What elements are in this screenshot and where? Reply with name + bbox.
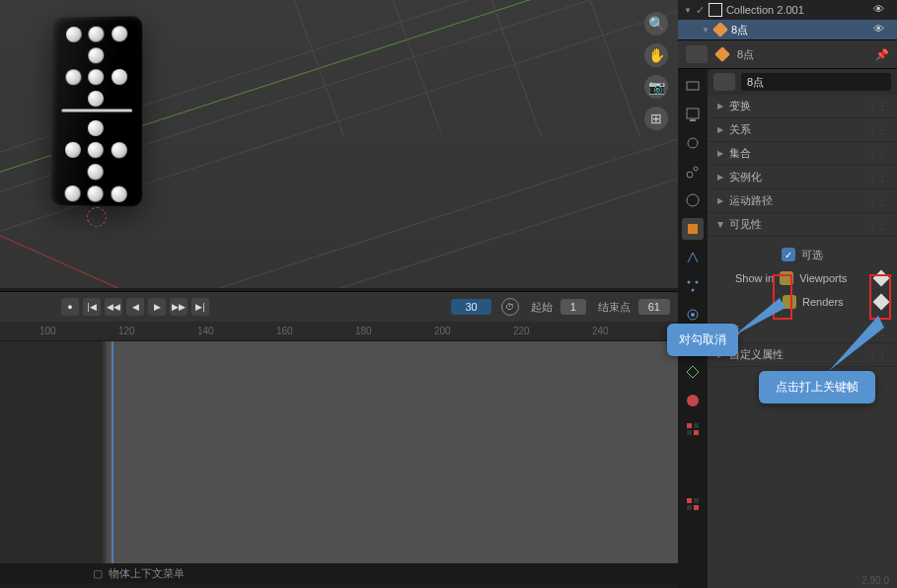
collection-label: Collection 2.001	[726, 4, 804, 16]
tab-texture-alt[interactable]	[682, 493, 704, 515]
svg-point-9	[696, 281, 699, 284]
tab-particles[interactable]	[682, 275, 704, 297]
properties-breadcrumb: 8点 📌	[678, 39, 897, 69]
ruler-tick: 140	[197, 326, 214, 336]
context-menu-hint: 物体上下文菜单	[109, 566, 185, 581]
svg-rect-23	[694, 505, 699, 510]
pan-icon[interactable]: ✋	[644, 43, 668, 67]
object-selector[interactable]	[713, 73, 735, 91]
tab-object[interactable]	[682, 218, 704, 240]
ruler-tick: 240	[592, 326, 609, 336]
camera-icon[interactable]: 📷	[644, 75, 668, 99]
section-label: 集合	[729, 146, 751, 161]
svg-rect-2	[690, 119, 696, 121]
pin-icon[interactable]: 📌	[875, 48, 889, 61]
outliner: ▼ ✓ Collection 2.001 👁 ▼ 8点 👁	[678, 0, 897, 39]
svg-point-3	[688, 138, 698, 148]
tab-scene[interactable]	[682, 161, 704, 183]
ruler-tick: 220	[513, 326, 530, 336]
eye-icon[interactable]: 👁	[873, 3, 891, 17]
play-button[interactable]: ▶	[148, 298, 166, 316]
version-label: 2.90.0	[861, 575, 889, 586]
playhead[interactable]	[112, 341, 113, 578]
svg-rect-16	[687, 423, 692, 428]
auto-keying-icon[interactable]: ●	[61, 298, 79, 316]
svg-rect-22	[687, 505, 692, 510]
current-frame-field[interactable]: 30	[451, 299, 490, 315]
svg-rect-20	[687, 498, 692, 503]
callout-uncheck: 对勾取消	[667, 324, 738, 356]
svg-point-15	[687, 395, 699, 406]
tab-world[interactable]	[682, 189, 704, 211]
section-transform[interactable]: ▶ 变换 ⋮⋮	[708, 95, 897, 118]
selectable-checkbox[interactable]: ✓	[782, 248, 795, 261]
section-visibility[interactable]: ▶ 可见性 ⋮⋮	[708, 213, 897, 237]
section-label: 变换	[729, 99, 751, 113]
svg-point-5	[694, 167, 698, 171]
svg-point-8	[688, 281, 691, 284]
section-label: 运动路径	[729, 193, 773, 208]
timeline-channels[interactable]	[0, 341, 678, 578]
tab-modifiers[interactable]	[682, 247, 704, 268]
callout-text: 点击打上关键帧	[776, 380, 859, 394]
breadcrumb-object-name: 8点	[737, 47, 754, 62]
outliner-object-row[interactable]: ▼ 8点 👁	[678, 20, 897, 39]
svg-rect-18	[687, 430, 692, 435]
start-frame-label: 起始	[531, 300, 553, 315]
zoom-icon[interactable]: 🔍	[644, 12, 668, 36]
jump-start-button[interactable]: |◀	[83, 298, 101, 316]
viewports-checkbox[interactable]	[780, 271, 793, 285]
object-label: 8点	[731, 23, 748, 37]
object-name-field[interactable]: 8点	[741, 73, 891, 91]
ruler-tick: 200	[434, 326, 451, 336]
domino-object[interactable]	[51, 16, 143, 206]
section-collections[interactable]: ▶ 集合 ⋮⋮	[708, 142, 897, 166]
viewports-label: Viewports	[799, 272, 847, 284]
svg-rect-21	[694, 498, 699, 503]
collection-icon	[709, 3, 722, 17]
tab-output[interactable]	[682, 104, 704, 125]
disclosure-triangle-icon[interactable]: ▼	[702, 26, 710, 35]
start-frame-field[interactable]: 1	[561, 299, 586, 315]
section-label: 可见性	[729, 217, 762, 232]
timeline-header: ● |◀ ◀◀ ◀ ▶ ▶▶ ▶| 30 ⏱ 起始 1 结束点 61	[0, 292, 678, 322]
svg-rect-0	[687, 82, 699, 90]
svg-rect-17	[694, 423, 699, 428]
tab-view-layer[interactable]	[682, 132, 704, 154]
tab-texture[interactable]	[682, 418, 704, 440]
play-reverse-button[interactable]: ◀	[126, 298, 144, 316]
3d-cursor	[87, 207, 107, 227]
callout-keyframe: 点击打上关键帧	[759, 371, 875, 404]
keyframe-button-renders[interactable]	[873, 294, 890, 311]
ruler-tick: 160	[276, 326, 293, 336]
next-keyframe-button[interactable]: ▶▶	[170, 298, 187, 316]
section-label: 关系	[729, 122, 751, 137]
grid-icon[interactable]: ⊞	[644, 107, 668, 130]
ruler-tick: 120	[118, 326, 135, 336]
section-instancing[interactable]: ▶ 实例化 ⋮⋮	[708, 166, 897, 189]
keyframe-button-viewports[interactable]	[873, 270, 890, 287]
breadcrumb-dropdown[interactable]	[686, 45, 708, 63]
timeline-editor: ● |◀ ◀◀ ◀ ▶ ▶▶ ▶| 30 ⏱ 起始 1 结束点 61 100 1…	[0, 291, 678, 583]
end-frame-label: 结束点	[598, 300, 631, 315]
prev-keyframe-button[interactable]: ◀◀	[105, 298, 122, 316]
tab-material[interactable]	[682, 390, 704, 411]
tab-physics[interactable]	[682, 304, 704, 326]
show-in-label: Show in	[735, 272, 774, 284]
outliner-collection-row[interactable]: ▼ ✓ Collection 2.001 👁	[678, 0, 897, 20]
section-motion-paths[interactable]: ▶ 运动路径 ⋮⋮	[708, 189, 897, 213]
section-relations[interactable]: ▶ 关系 ⋮⋮	[708, 118, 897, 142]
eye-icon[interactable]: 👁	[873, 23, 891, 37]
3d-viewport[interactable]: 🔍 ✋ 📷 ⊞	[0, 0, 678, 288]
clock-icon[interactable]: ⏱	[501, 298, 519, 316]
renders-checkbox[interactable]	[783, 295, 796, 309]
tab-render[interactable]	[682, 75, 704, 97]
visibility-content: ✓ 可选 Show in Viewports Renders	[708, 237, 897, 320]
tab-data[interactable]	[682, 361, 704, 383]
ruler-tick: 180	[355, 326, 372, 336]
jump-end-button[interactable]: ▶|	[191, 298, 209, 316]
timeline-ruler[interactable]: 100 120 140 160 180 200 220 240	[0, 322, 678, 341]
disclosure-triangle-icon[interactable]: ▼	[684, 6, 692, 15]
selectable-label: 可选	[801, 248, 823, 262]
end-frame-field[interactable]: 61	[638, 299, 670, 315]
